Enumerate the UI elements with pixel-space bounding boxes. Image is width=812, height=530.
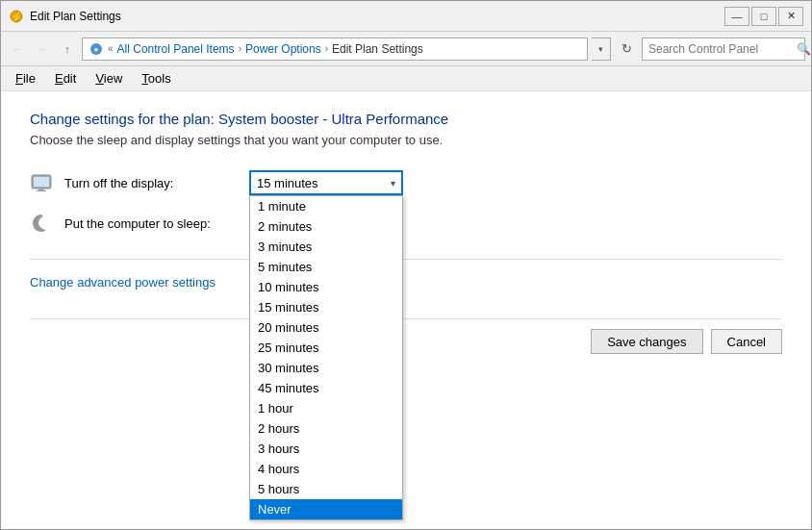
search-box: 🔍 [642,38,805,61]
option-3min[interactable]: 3 minutes [250,237,402,257]
svg-text:⚡: ⚡ [11,11,23,23]
option-1min[interactable]: 1 minute [250,196,402,216]
display-dropdown-list: 1 minute 2 minutes 3 minutes 5 minutes 1… [249,195,403,520]
display-setting-row: Turn off the display: 15 minutes ▾ 1 min… [30,170,782,195]
option-15min[interactable]: 15 minutes [250,297,402,317]
path-arrow1: › [239,43,241,54]
search-input[interactable] [648,42,793,56]
back-button[interactable]: ← [7,38,28,60]
display-dropdown-arrow: ▾ [391,178,395,189]
svg-rect-7 [37,190,46,191]
menu-tools[interactable]: Tools [133,68,179,88]
divider [30,259,782,260]
sleep-icon [30,212,53,235]
option-25min[interactable]: 25 minutes [250,338,402,358]
menu-bar: File Edit View Tools [1,66,811,91]
main-window: ⚡ Edit Plan Settings — □ ✕ ← → ↑ ● « All… [0,0,812,530]
search-icon: 🔍 [797,42,811,56]
title-bar: ⚡ Edit Plan Settings — □ ✕ [1,1,811,32]
option-5min[interactable]: 5 minutes [250,257,402,277]
option-2hr[interactable]: 2 hours [250,418,402,439]
svg-text:●: ● [94,45,99,54]
address-dropdown-button[interactable]: ▾ [592,38,611,61]
svg-rect-6 [38,189,44,190]
display-dropdown-container: 15 minutes ▾ 1 minute 2 minutes 3 minute… [249,170,403,195]
main-content: Change settings for the plan: System boo… [1,91,811,529]
up-button[interactable]: ↑ [57,38,78,60]
option-3hr[interactable]: 3 hours [250,439,402,459]
window-title: Edit Plan Settings [30,10,724,23]
change-advanced-link[interactable]: Change advanced power settings [30,275,216,290]
window-controls: — □ ✕ [724,7,803,26]
button-row: Save changes Cancel [30,318,782,354]
display-icon [30,171,53,194]
option-20min[interactable]: 20 minutes [250,317,402,338]
option-45min[interactable]: 45 minutes [250,378,402,398]
option-5hr[interactable]: 5 hours [250,479,402,499]
path-current: Edit Plan Settings [332,42,423,56]
cancel-button[interactable]: Cancel [711,329,782,354]
display-selected-value: 15 minutes [257,176,318,190]
menu-view[interactable]: View [87,68,131,88]
option-10min[interactable]: 10 minutes [250,277,402,297]
display-label: Turn off the display: [64,176,238,190]
option-2min[interactable]: 2 minutes [250,216,402,237]
sleep-setting-row: Put the computer to sleep: Never ▾ [30,211,782,236]
address-path: ● « All Control Panel Items › Power Opti… [82,38,588,61]
option-30min[interactable]: 30 minutes [250,358,402,378]
refresh-button[interactable]: ↻ [615,38,638,61]
path-control-panel[interactable]: All Control Panel Items [117,42,235,56]
option-1hr[interactable]: 1 hour [250,398,402,418]
sleep-label: Put the computer to sleep: [64,216,238,231]
menu-edit[interactable]: Edit [46,68,85,88]
display-dropdown[interactable]: 15 minutes ▾ [249,170,403,195]
svg-rect-5 [34,177,49,187]
window-icon: ⚡ [9,9,24,24]
save-button[interactable]: Save changes [591,329,702,354]
forward-button[interactable]: → [32,38,53,60]
option-4hr[interactable]: 4 hours [250,459,402,479]
path-sep1: « [108,43,114,54]
page-subtitle: Choose the sleep and display settings th… [30,133,782,147]
path-arrow2: › [325,43,328,54]
menu-file[interactable]: File [7,68,44,88]
address-bar: ← → ↑ ● « All Control Panel Items › Powe… [1,32,811,66]
maximize-button[interactable]: □ [751,7,776,26]
path-icon: ● [89,41,104,57]
option-never[interactable]: Never [250,499,402,519]
page-title: Change settings for the plan: System boo… [30,111,782,127]
close-button[interactable]: ✕ [778,7,803,26]
path-power-options[interactable]: Power Options [245,42,321,56]
minimize-button[interactable]: — [724,7,749,26]
